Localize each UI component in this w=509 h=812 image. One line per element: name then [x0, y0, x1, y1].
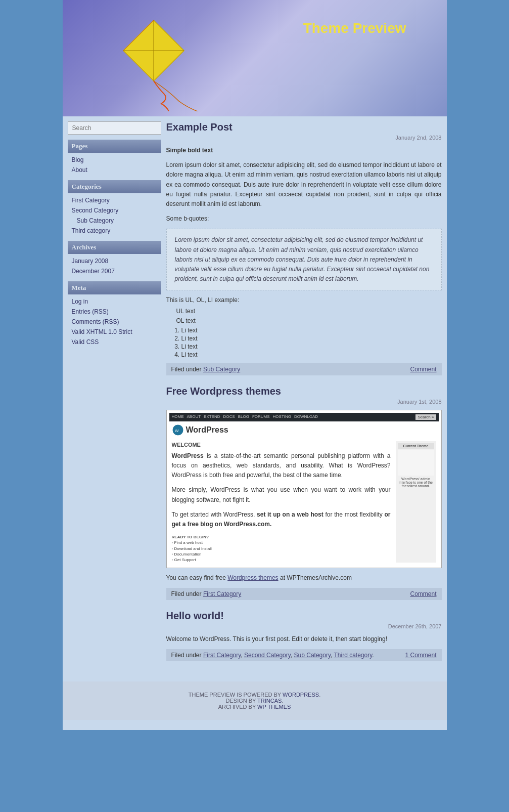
- post-title-hello: Hello world!: [166, 610, 442, 622]
- wordpress-screenshot: HOMEABOUTEXTENDDOCSBLOGFORUMSHOSTINGDOWN…: [166, 410, 442, 568]
- sidebar-link-dec-2007[interactable]: December 2007: [68, 266, 161, 276]
- wp-content-area: WELCOME WordPress is a state-of-the-art …: [169, 439, 439, 565]
- filed-under-first-cat[interactable]: First Category: [203, 652, 241, 659]
- archives-section: Archives January 2008 December 2007: [68, 241, 161, 280]
- post-body-hello: Welcome to WordPress. This is your first…: [166, 634, 442, 644]
- search-widget: [68, 121, 161, 135]
- ol-label: OL text: [176, 317, 442, 324]
- post-date-example: January 2nd, 2008: [166, 135, 442, 141]
- post-footer-hello: Filed under First Category, Second Categ…: [166, 649, 442, 661]
- site-title: Theme Preview: [303, 20, 406, 36]
- wp-nav-bar: HOMEABOUTEXTENDDOCSBLOGFORUMSHOSTINGDOWN…: [169, 413, 439, 421]
- sidebar-link-login[interactable]: Log in: [68, 296, 161, 307]
- filed-under-label-wp: Filed under First Category: [171, 590, 242, 597]
- ul-example: UL text: [176, 308, 442, 315]
- wp-screenshot-inner: HOMEABOUTEXTENDDOCSBLOGFORUMSHOSTINGDOWN…: [169, 413, 439, 565]
- wp-main-text: WELCOME WordPress is a state-of-the-art …: [172, 441, 391, 563]
- comment-link-wordpress[interactable]: Comment: [410, 590, 436, 597]
- ul-text: UL text: [176, 308, 196, 315]
- post-title-example: Example Post: [166, 121, 442, 133]
- post-date-hello: December 26th, 2007: [166, 623, 442, 629]
- post-wordpress: Free Wordpress themes January 1st, 2008 …: [166, 386, 442, 600]
- footer-wp-themes-link[interactable]: WP THEMES: [257, 704, 291, 710]
- filed-under-second-cat[interactable]: Second Category: [244, 652, 291, 659]
- post-body-example: Simple bold text Lorem ipsum dolor sit a…: [166, 146, 442, 358]
- footer-archived-by: ARCHIVED BY WP THEMES: [73, 704, 437, 710]
- post-wordpress-body: You can easy find free Wordpress themes …: [166, 573, 442, 583]
- post-date-wordpress: January 1st, 2008: [166, 399, 442, 405]
- main-content: Example Post January 2nd, 2008 Simple bo…: [166, 121, 442, 671]
- comment-link-hello[interactable]: 1 Comment: [405, 652, 436, 659]
- post-body-wordpress: HOMEABOUTEXTENDDOCSBLOGFORUMSHOSTINGDOWN…: [166, 410, 442, 583]
- list-item: Li text: [181, 343, 442, 350]
- svg-text:W: W: [175, 429, 179, 433]
- list-item: Li text: [181, 351, 442, 358]
- sidebar-link-valid-css[interactable]: Valid CSS: [68, 337, 161, 347]
- meta-section-title: Meta: [68, 281, 161, 294]
- search-input[interactable]: [68, 122, 161, 134]
- sidebar-link-sub-category[interactable]: Sub Category: [68, 216, 161, 226]
- filed-under-label-hello: Filed under First Category, Second Categ…: [171, 652, 374, 659]
- filed-under-label: Filed under Sub Category: [171, 366, 241, 373]
- footer-design-by: DESIGN BY TRINCAS.: [73, 698, 437, 704]
- ol-list: Li text Li text Li text Li text: [181, 327, 442, 358]
- sidebar-link-jan-2008[interactable]: January 2008: [68, 256, 161, 266]
- filed-under-link-sub-category[interactable]: Sub Category: [203, 366, 240, 373]
- sidebar-link-valid-xhtml[interactable]: Valid XHTML 1.0 Strict: [68, 327, 161, 337]
- list-item: Li text: [181, 327, 442, 334]
- bquotes-label: Some b-quotes:: [166, 214, 442, 224]
- meta-section: Meta Log in Entries (RSS) Comments (RSS)…: [68, 281, 161, 351]
- wp-sidebar-box: Current Theme WordPress' admin interface…: [396, 441, 436, 563]
- post-hello-world: Hello world! December 26th, 2007 Welcome…: [166, 610, 442, 661]
- filed-under-third-cat[interactable]: Third category: [334, 652, 373, 659]
- filed-under-sub-cat[interactable]: Sub Category: [294, 652, 331, 659]
- pages-section: Pages Blog About: [68, 140, 161, 179]
- footer-trincas-link[interactable]: TRINCAS: [257, 698, 282, 704]
- sidebar-link-blog[interactable]: Blog: [68, 155, 161, 165]
- post-footer-example: Filed under Sub Category Comment: [166, 363, 442, 375]
- sidebar-link-second-category[interactable]: Second Category: [68, 205, 161, 216]
- categories-section-title: Categories: [68, 180, 161, 193]
- wordpress-themes-link[interactable]: Wordpress themes: [227, 574, 278, 581]
- sidebar-link-entries-rss[interactable]: Entries (RSS): [68, 307, 161, 317]
- post-title-wordpress: Free Wordpress themes: [166, 386, 442, 397]
- sidebar-link-about[interactable]: About: [68, 165, 161, 175]
- comment-link-example[interactable]: Comment: [410, 366, 436, 373]
- post-example: Example Post January 2nd, 2008 Simple bo…: [166, 121, 442, 375]
- sidebar-link-third-category[interactable]: Third category: [68, 226, 161, 236]
- kite-illustration: [103, 10, 245, 111]
- sidebar: Pages Blog About Categories First Catego…: [68, 121, 161, 352]
- footer-wordpress-link[interactable]: WORDPRESS: [283, 692, 319, 698]
- categories-section: Categories First Category Second Categor…: [68, 180, 161, 240]
- ol-text: OL text: [176, 317, 196, 324]
- wordpress-logo-icon: W: [172, 424, 184, 436]
- footer-powered-by: THEME PREVIEW IS POWERED BY WORDPRESS.: [73, 692, 437, 698]
- list-label: This is UL, OL, LI example:: [166, 295, 442, 305]
- post-subtitle: Simple bold text: [166, 146, 442, 155]
- sidebar-link-comments-rss[interactable]: Comments (RSS): [68, 317, 161, 327]
- post-footer-wordpress: Filed under First Category Comment: [166, 588, 442, 600]
- pages-section-title: Pages: [68, 140, 161, 153]
- wp-logo-area: W WordPress: [169, 421, 439, 439]
- archives-section-title: Archives: [68, 241, 161, 254]
- site-header: Theme Preview: [63, 0, 447, 116]
- post-paragraph-1: Lorem ipsum dolor sit amet, consectetur …: [166, 160, 442, 209]
- list-item: Li text: [181, 335, 442, 342]
- sidebar-link-first-category[interactable]: First Category: [68, 195, 161, 205]
- post-blockquote: Lorem ipsum dolor sit amet, consectetur …: [166, 229, 442, 290]
- site-footer: THEME PREVIEW IS POWERED BY WORDPRESS. D…: [63, 681, 447, 720]
- post-hello-text: Welcome to WordPress. This is your first…: [166, 634, 442, 644]
- filed-under-link-first-category[interactable]: First Category: [203, 590, 241, 597]
